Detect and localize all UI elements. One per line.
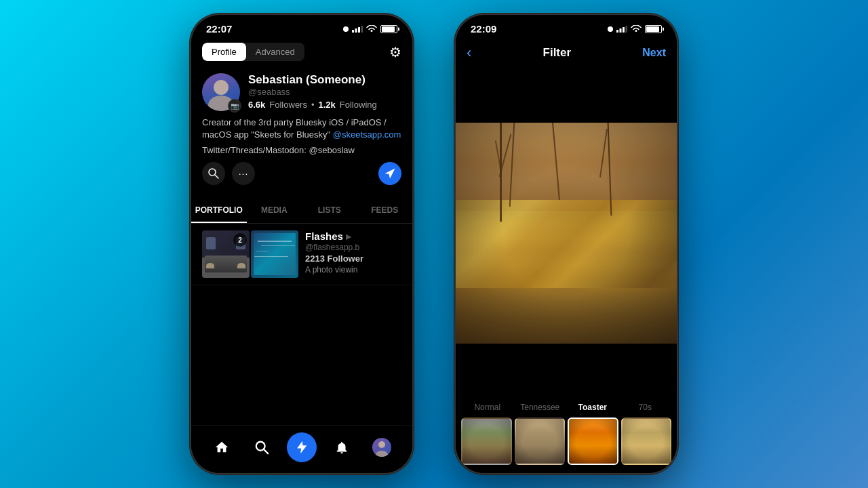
filter-image-area [456,68,677,397]
nav-compose-button[interactable] [287,432,317,462]
svg-rect-12 [623,27,625,33]
right-phone: 22:09 ‹ Filter Next [454,14,678,474]
following-label: Following [340,100,377,110]
profile-name: Sebastian (Someone) [248,73,401,87]
feed-item-flashes[interactable]: 2 Flashes ▸ @flashesapp.b [191,224,412,285]
action-row: ··· [202,162,401,185]
screen-right: ‹ Filter Next [456,37,677,473]
profile-stats: 6.6k Followers • 1.2k Following [248,100,401,110]
search-button[interactable] [202,162,225,185]
filter-thumb-tennessee[interactable] [515,418,566,465]
wifi-icon-right [631,25,642,33]
more-button[interactable]: ··· [232,162,255,185]
svg-rect-11 [620,28,622,33]
profile-handle: @seabass [248,87,401,97]
profile-section: 📷 Sebastian (Someone) @seabass 6.6k Foll… [191,66,412,199]
filter-thumb-70s[interactable] [621,418,672,465]
svg-point-9 [608,26,613,32]
bell-icon [334,440,349,455]
send-icon [384,167,396,180]
svg-rect-3 [358,27,360,33]
bottom-nav-left [191,425,412,473]
bolt-icon [294,440,309,455]
content-tabs-nav: PORTFOLIO MEDIA LISTS FEEDS [191,199,412,224]
svg-rect-1 [352,30,354,33]
status-icons-right [608,25,662,33]
svg-rect-2 [355,28,357,33]
thumb-map [251,230,298,278]
feed-item-info: Flashes ▸ @flashesapp.b 2213 Follower A … [305,230,401,274]
camera-badge-icon: 📷 [228,99,241,113]
profile-top: 📷 Sebastian (Someone) @seabass 6.6k Foll… [202,73,401,111]
nav-notifications-button[interactable] [327,432,357,462]
followers-label: Followers [269,100,307,110]
wifi-icon-left [366,25,377,33]
nav-home-button[interactable] [207,432,237,462]
avatar-wrap: 📷 [202,73,240,111]
svg-rect-10 [616,30,618,33]
nav-search-button[interactable] [247,432,277,462]
following-count: 1.2k [319,100,336,110]
tab-lists[interactable]: LISTS [302,199,357,223]
filter-label-normal[interactable]: Normal [461,403,514,412]
filter-label-70s[interactable]: 70s [619,403,672,412]
svg-line-6 [215,175,218,178]
status-time-right: 22:09 [471,23,496,35]
thumb-bus: 2 [202,230,250,278]
filter-thumb-normal[interactable] [461,418,512,465]
svg-line-8 [264,449,268,453]
filter-thumb-toaster[interactable] [568,418,618,465]
follow-button[interactable] [378,162,401,185]
filter-header: ‹ Filter Next [456,37,677,68]
filter-label-toaster[interactable]: Toaster [566,403,619,412]
battery-icon-right [645,25,662,33]
nav-profile-button[interactable] [367,432,397,462]
status-time-left: 22:07 [206,23,232,35]
dot-separator: • [311,100,315,110]
search-nav-icon [254,440,269,455]
profile-info: Sebastian (Someone) @seabass 6.6k Follow… [248,73,401,110]
filter-title: Filter [543,46,572,60]
back-button[interactable]: ‹ [467,44,471,62]
tab-portfolio[interactable]: PORTFOLIO [191,199,247,223]
filter-strip: Normal Tennessee Toaster 70s [456,397,677,473]
profile-twitter: Twitter/Threads/Mastodon: @seboslaw [202,145,401,155]
bio-link[interactable]: @skeetsapp.com [333,129,401,140]
tab-media[interactable]: MEDIA [247,199,302,223]
feed-list: 2 Flashes ▸ @flashesapp.b [191,224,412,425]
feed-item-handle: @flashesapp.b [305,243,401,252]
battery-icon-left [380,25,397,33]
tab-advanced[interactable]: Advanced [246,43,304,61]
settings-icon[interactable]: ⚙ [389,44,401,60]
home-icon [214,440,229,455]
feed-item-name: Flashes ▸ [305,230,401,243]
camera-dot-icon [343,26,349,32]
feed-item-desc: A photo viewin [305,265,401,274]
filter-photo [456,123,677,344]
profile-tab-group[interactable]: Profile Advanced [202,43,304,61]
filter-thumbs [456,418,677,465]
left-phone: 22:07 Profile [190,14,414,474]
next-button[interactable]: Next [642,47,666,59]
profile-bio: Creator of the 3rd party Bluesky iOS / i… [202,117,401,141]
camera-dot-icon-right [608,26,613,32]
tab-feeds[interactable]: FEEDS [357,199,413,223]
search-icon [208,168,219,179]
profile-header-bar: Profile Advanced ⚙ [191,37,412,66]
feed-item-count: 2213 Follower [305,253,401,264]
svg-rect-4 [361,26,363,33]
tab-profile[interactable]: Profile [202,43,246,61]
screen-left: Profile Advanced ⚙ 📷 Sebastian (Someone)… [191,37,412,473]
feed-thumbnails: 2 [202,230,298,278]
filter-labels: Normal Tennessee Toaster 70s [456,403,677,412]
status-bar-left: 22:07 [191,15,412,37]
followers-count: 6.6k [248,100,265,110]
svg-point-0 [343,26,349,32]
status-bar-right: 22:09 [456,15,677,37]
filter-label-tennessee[interactable]: Tennessee [514,403,567,412]
status-icons-left [343,25,397,33]
signal-dots-icon [352,26,363,33]
signal-dots-icon-right [616,26,627,33]
svg-rect-13 [626,26,628,33]
